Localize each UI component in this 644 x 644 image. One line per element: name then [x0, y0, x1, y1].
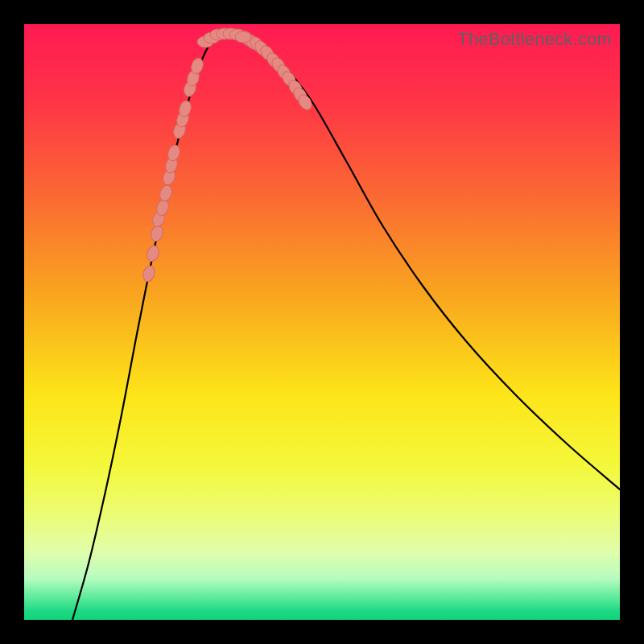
data-marker	[235, 31, 251, 43]
chart-frame: TheBottleneck.com	[0, 0, 644, 644]
watermark-text: TheBottleneck.com	[457, 29, 612, 50]
plot-area: TheBottleneck.com	[24, 24, 620, 620]
data-marker	[158, 184, 173, 202]
bottleneck-curve-svg	[24, 24, 620, 620]
data-marker	[145, 244, 160, 262]
data-markers	[141, 28, 314, 283]
bottleneck-curve	[72, 35, 620, 620]
data-marker	[141, 264, 156, 283]
